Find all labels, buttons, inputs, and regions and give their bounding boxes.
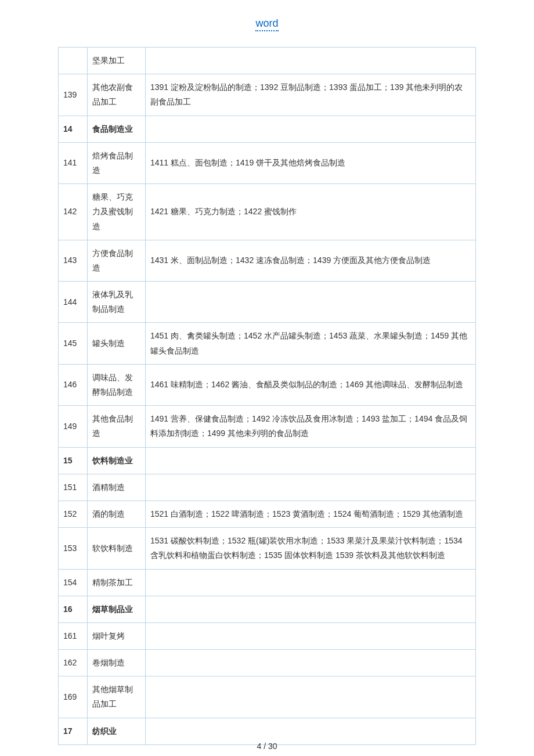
name-cell: 其他烟草制品加工 [88,676,146,718]
page-footer: 4 / 30 [0,741,534,751]
table-row: 152酒的制造1521 白酒制造；1522 啤酒制造；1523 黄酒制造；152… [59,501,476,527]
table-row: 14食品制造业 [59,116,476,142]
code-cell: 169 [59,676,88,718]
code-cell: 144 [59,282,88,323]
desc-cell [146,718,476,744]
table-row: 145罐头制造1451 肉、禽类罐头制造；1452 水产品罐头制造；1453 蔬… [59,323,476,364]
name-cell: 罐头制造 [88,323,146,364]
desc-cell [146,282,476,323]
code-cell: 16 [59,596,88,622]
table-row: 154精制茶加工 [59,569,476,596]
desc-cell: 1461 味精制造；1462 酱油、食醋及类似制品的制造；1469 其他调味品、… [146,364,476,405]
code-cell: 14 [59,116,88,142]
name-cell: 其他农副食品加工 [88,74,146,116]
table-row: 162卷烟制造 [59,650,476,676]
name-cell: 方便食品制造 [88,240,146,281]
desc-cell: 1411 糕点、面包制造；1419 饼干及其他焙烤食品制造 [146,142,476,183]
name-cell: 酒精制造 [88,474,146,501]
table-row: 142糖果、巧克力及蜜饯制造1421 糖果、巧克力制造；1422 蜜饯制作 [59,184,476,240]
table-row: 144液体乳及乳制品制造 [59,282,476,323]
name-cell: 调味品、发酵制品制造 [88,364,146,405]
table-row: 151酒精制造 [59,474,476,501]
name-cell: 纺织业 [88,718,146,744]
desc-cell [146,622,476,649]
desc-cell [146,48,476,74]
table-row: 15饮料制造业 [59,447,476,474]
desc-cell [146,474,476,501]
table-row: 141焙烤食品制造1411 糕点、面包制造；1419 饼干及其他焙烤食品制造 [59,142,476,183]
name-cell: 软饮料制造 [88,528,146,569]
code-cell: 153 [59,528,88,569]
table-row: 169其他烟草制品加工 [59,676,476,718]
code-cell: 143 [59,240,88,281]
desc-cell: 1421 糖果、巧克力制造；1422 蜜饯制作 [146,184,476,240]
desc-cell: 1391 淀粉及淀粉制品的制造；1392 豆制品制造；1393 蛋品加工；139… [146,74,476,116]
name-cell: 饮料制造业 [88,447,146,474]
code-cell: 146 [59,364,88,405]
code-cell [59,48,88,74]
desc-cell: 1451 肉、禽类罐头制造；1452 水产品罐头制造；1453 蔬菜、水果罐头制… [146,323,476,364]
code-cell: 149 [59,406,88,447]
code-cell: 161 [59,622,88,649]
header: word [58,17,476,30]
table-row: 143方便食品制造1431 米、面制品制造；1432 速冻食品制造；1439 方… [59,240,476,281]
desc-cell: 1431 米、面制品制造；1432 速冻食品制造；1439 方便面及其他方便食品… [146,240,476,281]
desc-cell: 1491 营养、保健食品制造；1492 冷冻饮品及食用冰制造；1493 盐加工；… [146,406,476,447]
table-row: 16烟草制品业 [59,596,476,622]
name-cell: 其他食品制造 [88,406,146,447]
code-cell: 154 [59,569,88,596]
name-cell: 坚果加工 [88,48,146,74]
code-cell: 142 [59,184,88,240]
desc-cell [146,596,476,622]
name-cell: 酒的制造 [88,501,146,527]
name-cell: 精制茶加工 [88,569,146,596]
word-link[interactable]: word [255,17,278,31]
desc-cell [146,569,476,596]
code-cell: 15 [59,447,88,474]
table-row: 146调味品、发酵制品制造1461 味精制造；1462 酱油、食醋及类似制品的制… [59,364,476,405]
table-row: 153软饮料制造1531 碳酸饮料制造；1532 瓶(罐)装饮用水制造；1533… [59,528,476,569]
table-row: 149其他食品制造1491 营养、保健食品制造；1492 冷冻饮品及食用冰制造；… [59,406,476,447]
code-cell: 139 [59,74,88,116]
code-cell: 141 [59,142,88,183]
table-row: 坚果加工 [59,48,476,74]
code-cell: 151 [59,474,88,501]
name-cell: 液体乳及乳制品制造 [88,282,146,323]
name-cell: 糖果、巧克力及蜜饯制造 [88,184,146,240]
code-cell: 162 [59,650,88,676]
code-cell: 145 [59,323,88,364]
desc-cell [146,447,476,474]
desc-cell [146,650,476,676]
name-cell: 卷烟制造 [88,650,146,676]
desc-cell [146,676,476,718]
industry-table: 坚果加工139其他农副食品加工1391 淀粉及淀粉制品的制造；1392 豆制品制… [58,47,476,745]
table-row: 139其他农副食品加工1391 淀粉及淀粉制品的制造；1392 豆制品制造；13… [59,74,476,116]
code-cell: 152 [59,501,88,527]
table-row: 161烟叶复烤 [59,622,476,649]
desc-cell: 1521 白酒制造；1522 啤酒制造；1523 黄酒制造；1524 葡萄酒制造… [146,501,476,527]
name-cell: 焙烤食品制造 [88,142,146,183]
table-row: 17纺织业 [59,718,476,744]
name-cell: 食品制造业 [88,116,146,142]
desc-cell [146,116,476,142]
name-cell: 烟叶复烤 [88,622,146,649]
name-cell: 烟草制品业 [88,596,146,622]
code-cell: 17 [59,718,88,744]
desc-cell: 1531 碳酸饮料制造；1532 瓶(罐)装饮用水制造；1533 果菜汁及果菜汁… [146,528,476,569]
